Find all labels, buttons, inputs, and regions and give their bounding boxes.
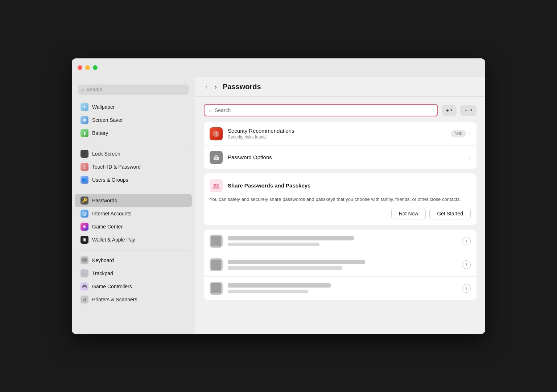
keyboard-icon: ⌨ bbox=[81, 256, 88, 264]
back-button[interactable]: ‹ bbox=[204, 82, 209, 91]
password-info-button-3[interactable]: i bbox=[462, 284, 471, 293]
main-search-input[interactable] bbox=[215, 107, 433, 113]
touchid-icon: ◎ bbox=[81, 163, 88, 171]
password-item-2[interactable]: i bbox=[204, 253, 476, 277]
forward-button[interactable]: › bbox=[213, 82, 218, 91]
sidebar-group-3: 🔑 Passwords @ Internet Accounts ◉ Game C… bbox=[72, 194, 195, 246]
svg-point-6 bbox=[216, 184, 219, 186]
wallpaper-icon: ✦ bbox=[81, 103, 88, 111]
sidebar-item-internet[interactable]: @ Internet Accounts bbox=[75, 207, 192, 220]
sidebar-item-touchid[interactable]: ◎ Touch ID & Password bbox=[75, 160, 192, 173]
gamecenter-icon: ◉ bbox=[81, 223, 88, 231]
add-button[interactable]: + ▾ bbox=[442, 105, 457, 116]
page-title: Passwords bbox=[223, 83, 261, 91]
password-text-3 bbox=[228, 283, 457, 293]
sidebar-item-lockscreen[interactable]: ⬛ Lock Screen bbox=[75, 147, 192, 160]
password-options-text: Password Options bbox=[228, 154, 464, 160]
sidebar-item-label-gamecenter: Game Center bbox=[92, 224, 123, 230]
sidebar-item-gamecenter[interactable]: ◉ Game Center bbox=[75, 220, 192, 233]
share-desc: You can safely and securely share passwo… bbox=[210, 196, 471, 203]
sidebar-item-label-internet: Internet Accounts bbox=[92, 211, 131, 216]
printers-icon: 🖨 bbox=[81, 296, 88, 304]
divider-1 bbox=[78, 144, 189, 144]
get-started-button[interactable]: Get Started bbox=[429, 208, 471, 219]
sidebar-item-wallet[interactable]: ▣ Wallet & Apple Pay bbox=[75, 233, 192, 246]
sidebar-item-label-lockscreen: Lock Screen bbox=[92, 151, 120, 157]
main-content: ⌕ + ▾ ··· ▾ bbox=[195, 97, 485, 334]
security-recommendations-item[interactable]: ! Security Recommendations Security risk… bbox=[204, 122, 476, 146]
sidebar-item-printers[interactable]: 🖨 Printers & Scanners bbox=[75, 293, 192, 306]
sidebar: ⌕ ✦ Wallpaper ▣ Screen Saver ▮ Battery bbox=[72, 77, 195, 334]
sidebar-item-passwords[interactable]: 🔑 Passwords bbox=[75, 194, 192, 207]
sidebar-item-label-gamecontrollers: Game Controllers bbox=[92, 284, 132, 289]
password-title-2 bbox=[228, 260, 365, 264]
main-search-icon: ⌕ bbox=[209, 107, 212, 113]
sidebar-item-wallpaper[interactable]: ✦ Wallpaper bbox=[75, 100, 192, 114]
more-chevron-icon: ▾ bbox=[470, 108, 472, 112]
search-bar-row: ⌕ + ▾ ··· ▾ bbox=[204, 104, 476, 116]
sidebar-item-screensaver[interactable]: ▣ Screen Saver bbox=[75, 114, 192, 127]
sidebar-item-gamecontrollers[interactable]: 🎮 Game Controllers bbox=[75, 280, 192, 293]
svg-text:!: ! bbox=[215, 131, 217, 137]
svg-point-5 bbox=[214, 184, 216, 186]
add-chevron-icon: ▾ bbox=[450, 108, 452, 112]
password-info-button-1[interactable]: i bbox=[462, 237, 471, 245]
sidebar-group-4: ⌨ Keyboard ▭ Trackpad 🎮 Game Controllers… bbox=[72, 254, 195, 306]
main-panel: ‹ › Passwords ⌕ + ▾ ··· bbox=[195, 77, 485, 334]
divider-3 bbox=[78, 251, 189, 251]
sidebar-item-label-passwords: Passwords bbox=[92, 198, 117, 203]
sidebar-item-label-users: Users & Groups bbox=[92, 177, 128, 183]
share-buttons: Not Now Get Started bbox=[210, 208, 471, 219]
security-rec-icon: ! bbox=[210, 127, 223, 140]
gamecontrollers-icon: 🎮 bbox=[81, 282, 88, 290]
lockscreen-icon: ⬛ bbox=[81, 150, 88, 158]
password-item-1[interactable]: i bbox=[204, 230, 476, 253]
sidebar-item-battery[interactable]: ▮ Battery bbox=[75, 127, 192, 140]
more-button[interactable]: ··· ▾ bbox=[460, 105, 476, 116]
password-sub-3 bbox=[228, 290, 308, 293]
sidebar-item-users[interactable]: 👥 Users & Groups bbox=[75, 173, 192, 186]
security-rec-text: Security Recommendations Security risks … bbox=[228, 128, 446, 140]
share-icon bbox=[210, 179, 223, 192]
sidebar-item-label-touchid: Touch ID & Password bbox=[92, 164, 141, 170]
passwords-icon: 🔑 bbox=[81, 197, 88, 205]
password-text-2 bbox=[228, 260, 457, 270]
password-sub-1 bbox=[228, 243, 319, 246]
password-options-item[interactable]: Password Options › bbox=[204, 146, 476, 169]
trackpad-icon: ▭ bbox=[81, 269, 88, 277]
add-icon: + bbox=[446, 107, 449, 113]
share-title: Share Passwords and Passkeys bbox=[228, 182, 310, 189]
sidebar-search-icon: ⌕ bbox=[81, 87, 84, 92]
password-options-chevron: › bbox=[469, 154, 471, 160]
sidebar-item-trackpad[interactable]: ▭ Trackpad bbox=[75, 267, 192, 280]
security-rec-chevron: › bbox=[469, 131, 471, 137]
screensaver-icon: ▣ bbox=[81, 116, 88, 124]
sidebar-item-label-wallpaper: Wallpaper bbox=[92, 104, 115, 110]
main-window: ⌕ ✦ Wallpaper ▣ Screen Saver ▮ Battery bbox=[72, 58, 485, 334]
fullscreen-button[interactable] bbox=[93, 65, 98, 70]
sidebar-item-label-printers: Printers & Scanners bbox=[92, 297, 137, 302]
sidebar-item-keyboard[interactable]: ⌨ Keyboard bbox=[75, 254, 192, 267]
svg-rect-4 bbox=[215, 155, 217, 157]
sidebar-item-label-screensaver: Screen Saver bbox=[92, 117, 123, 123]
password-sub-2 bbox=[228, 266, 342, 270]
main-search-container[interactable]: ⌕ bbox=[204, 104, 438, 116]
security-rec-subtitle: Security risks found bbox=[228, 135, 446, 140]
password-info-button-2[interactable]: i bbox=[462, 260, 471, 269]
minimize-button[interactable] bbox=[85, 65, 90, 70]
sidebar-search-input[interactable] bbox=[86, 87, 185, 92]
sidebar-item-label-wallet: Wallet & Apple Pay bbox=[92, 237, 135, 243]
not-now-button[interactable]: Not Now bbox=[391, 208, 426, 219]
sidebar-item-label-keyboard: Keyboard bbox=[92, 257, 114, 263]
sidebar-search-container[interactable]: ⌕ bbox=[78, 84, 189, 95]
top-card: ! Security Recommendations Security risk… bbox=[204, 122, 476, 169]
password-title-1 bbox=[228, 236, 354, 240]
share-card-header: Share Passwords and Passkeys bbox=[210, 179, 471, 192]
password-favicon-3 bbox=[210, 282, 223, 295]
password-favicon-2 bbox=[210, 258, 223, 271]
close-button[interactable] bbox=[78, 65, 82, 70]
divider-2 bbox=[78, 191, 189, 191]
password-title-3 bbox=[228, 283, 331, 288]
password-item-3[interactable]: i bbox=[204, 277, 476, 300]
battery-icon: ▮ bbox=[81, 129, 88, 137]
